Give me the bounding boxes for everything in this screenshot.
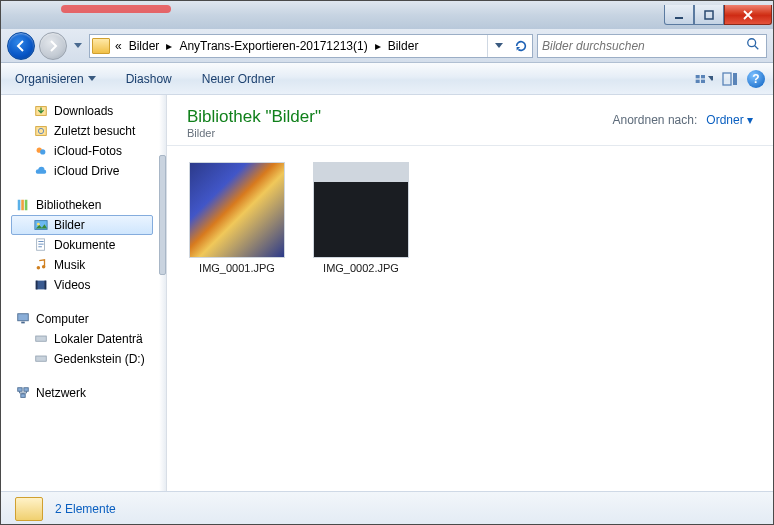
preview-pane-button[interactable] <box>721 70 739 88</box>
sidebar-label: Videos <box>54 278 90 292</box>
svg-rect-30 <box>24 388 28 392</box>
sidebar-label: Downloads <box>54 104 113 118</box>
svg-point-13 <box>40 149 45 154</box>
refresh-button[interactable] <box>510 35 532 57</box>
svg-rect-4 <box>701 74 705 77</box>
svg-rect-0 <box>675 17 683 19</box>
slideshow-button[interactable]: Diashow <box>120 70 178 88</box>
folder-icon <box>15 497 43 521</box>
file-name: IMG_0002.JPG <box>311 262 411 274</box>
file-item[interactable]: IMG_0002.JPG <box>311 162 411 274</box>
drive-icon <box>33 351 49 367</box>
svg-rect-3 <box>696 74 700 77</box>
library-title: Bibliothek "Bilder" <box>187 107 321 127</box>
svg-rect-5 <box>696 79 700 82</box>
library-subtitle: Bilder <box>187 127 321 139</box>
new-folder-label: Neuer Ordner <box>202 72 275 86</box>
sidebar-item-icloud-drive[interactable]: iCloud Drive <box>11 161 167 181</box>
help-icon: ? <box>752 72 759 86</box>
new-folder-button[interactable]: Neuer Ordner <box>196 70 281 88</box>
nav-history-dropdown[interactable] <box>71 36 85 56</box>
sidebar-group-network[interactable]: Netzwerk <box>11 383 167 403</box>
sidebar-group-computer[interactable]: Computer <box>11 309 167 329</box>
sidebar-resize-handle[interactable] <box>159 95 167 491</box>
file-item[interactable]: IMG_0001.JPG <box>187 162 287 274</box>
computer-icon <box>15 311 31 327</box>
slideshow-label: Diashow <box>126 72 172 86</box>
back-button[interactable] <box>7 32 35 60</box>
sidebar-label: Lokaler Datenträ <box>54 332 143 346</box>
sidebar-item-pictures[interactable]: Bilder <box>11 215 153 235</box>
sidebar-group-libraries[interactable]: Bibliotheken <box>11 195 167 215</box>
address-bar[interactable]: « Bilder ▸ AnyTrans-Exportieren-20171213… <box>89 34 533 58</box>
folder-icon <box>92 38 110 54</box>
library-header: Bibliothek "Bilder" Bilder Anordnen nach… <box>167 95 773 146</box>
svg-rect-29 <box>18 388 22 392</box>
sidebar-label: Computer <box>36 312 89 326</box>
items-view[interactable]: IMG_0001.JPG IMG_0002.JPG <box>167 146 773 290</box>
sidebar-label: Gedenkstein (D:) <box>54 352 145 366</box>
sidebar-label: Musik <box>54 258 85 272</box>
address-dropdown-button[interactable] <box>488 35 510 57</box>
view-options-button[interactable] <box>695 70 713 88</box>
music-library-icon <box>33 257 49 273</box>
sidebar-item-downloads[interactable]: Downloads <box>11 101 167 121</box>
scrollbar-thumb[interactable] <box>159 155 166 275</box>
breadcrumb-root-arrow[interactable]: « <box>112 35 125 57</box>
sidebar-item-drive-d[interactable]: Gedenkstein (D:) <box>11 349 167 369</box>
search-input[interactable] <box>542 39 746 53</box>
chevron-down-icon <box>88 76 96 82</box>
sidebar-item-local-disk[interactable]: Lokaler Datenträ <box>11 329 167 349</box>
close-button[interactable] <box>724 5 772 25</box>
download-icon <box>33 103 49 119</box>
chevron-right-icon[interactable]: ▸ <box>372 35 384 57</box>
sidebar-item-videos[interactable]: Videos <box>11 275 167 295</box>
organize-button[interactable]: Organisieren <box>9 70 102 88</box>
breadcrumb-seg-2[interactable]: Bilder <box>384 35 423 57</box>
sidebar-item-music[interactable]: Musik <box>11 255 167 275</box>
breadcrumb-seg-1[interactable]: AnyTrans-Exportieren-20171213(1) <box>175 35 371 57</box>
search-box[interactable] <box>537 34 767 58</box>
arrange-label: Anordnen nach: <box>613 113 698 127</box>
sidebar-label: Zuletzt besucht <box>54 124 135 138</box>
chevron-right-icon[interactable]: ▸ <box>163 35 175 57</box>
svg-rect-25 <box>18 314 29 321</box>
minimize-icon <box>673 9 685 21</box>
breadcrumb-seg-0[interactable]: Bilder <box>125 35 164 57</box>
forward-arrow-icon <box>46 39 60 53</box>
window-titlebar <box>1 1 773 29</box>
network-icon <box>15 385 31 401</box>
svg-point-2 <box>748 39 756 47</box>
redaction-mark <box>61 5 171 13</box>
view-icon <box>695 71 706 87</box>
sidebar-label: Dokumente <box>54 238 115 252</box>
sidebar-item-icloud-photos[interactable]: iCloud-Fotos <box>11 141 167 161</box>
sidebar-item-documents[interactable]: Dokumente <box>11 235 167 255</box>
libraries-icon <box>15 197 31 213</box>
maximize-button[interactable] <box>694 5 724 25</box>
svg-rect-8 <box>733 73 737 85</box>
organize-label: Organisieren <box>15 72 84 86</box>
pictures-library-icon <box>33 217 49 233</box>
forward-button[interactable] <box>39 32 67 60</box>
help-button[interactable]: ? <box>747 70 765 88</box>
search-icon[interactable] <box>746 37 762 54</box>
command-bar: Organisieren Diashow Neuer Ordner ? <box>1 63 773 95</box>
thumbnail-image <box>313 162 409 258</box>
sidebar-item-recent[interactable]: Zuletzt besucht <box>11 121 167 141</box>
documents-library-icon <box>33 237 49 253</box>
arrange-value: Ordner <box>706 113 743 127</box>
svg-rect-14 <box>18 200 21 211</box>
videos-library-icon <box>33 277 49 293</box>
svg-rect-31 <box>21 394 25 398</box>
svg-rect-27 <box>36 336 47 341</box>
svg-rect-28 <box>36 356 47 361</box>
sidebar-label: Bilder <box>54 218 85 232</box>
sidebar-label: Bibliotheken <box>36 198 101 212</box>
sidebar-label: iCloud-Fotos <box>54 144 122 158</box>
arrange-by-control[interactable]: Anordnen nach: Ordner ▾ <box>613 107 754 139</box>
svg-rect-16 <box>25 200 28 211</box>
minimize-button[interactable] <box>664 5 694 25</box>
file-name: IMG_0001.JPG <box>187 262 287 274</box>
svg-point-21 <box>42 265 46 269</box>
